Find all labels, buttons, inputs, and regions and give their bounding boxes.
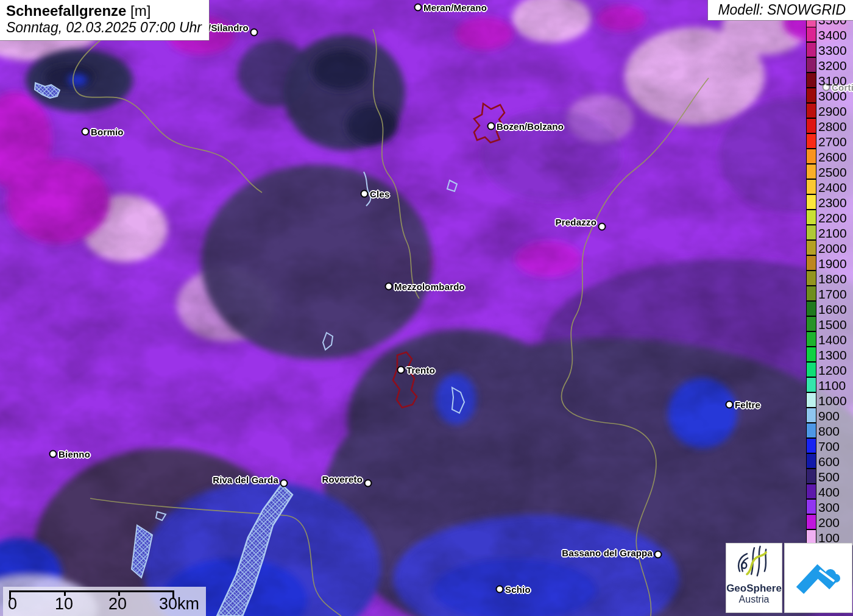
- city-layer: Meran/Meranos/SilandroBormioBozen/Bolzan…: [0, 0, 853, 616]
- geosphere-contour-icon: [732, 543, 776, 580]
- legend-swatch: [806, 514, 816, 529]
- legend-swatch: [806, 73, 816, 88]
- city-marker-bormio: [82, 128, 90, 136]
- legend-row: 3200: [806, 58, 853, 73]
- legend-row: 2700: [806, 134, 853, 149]
- legend-swatch: [806, 423, 816, 438]
- city-marker-riva-del-garda: [280, 480, 288, 487]
- city-label-bassano-del-grappa: Bassano del Grappa: [562, 548, 653, 558]
- legend-row: 400: [806, 484, 853, 500]
- scalebar-label: 30km: [159, 595, 199, 614]
- legend-label: 500: [816, 469, 853, 484]
- city-marker-rovereto: [364, 480, 372, 487]
- legend-label: 1600: [816, 302, 853, 317]
- title-subtitle: Sonntag, 02.03.2025 07:00 Uhr: [6, 19, 202, 36]
- legend-swatch: [806, 88, 816, 103]
- legend-swatch: [806, 316, 816, 331]
- title-box: Schneefallgrenze [m] Sonntag, 02.03.2025…: [0, 0, 209, 40]
- scalebar-label: 10: [55, 595, 73, 614]
- title-text: Schneefallgrenze: [6, 2, 126, 19]
- legend-swatch: [806, 133, 816, 149]
- legend-row: 1700: [806, 286, 853, 302]
- page-title: Schneefallgrenze [m]: [6, 2, 202, 19]
- city-label-bormio: Bormio: [91, 127, 124, 137]
- legend-row: 800: [806, 423, 853, 439]
- legend-row: 1200: [806, 363, 853, 378]
- legend-swatch: [806, 103, 816, 118]
- legend-swatch: [806, 362, 816, 377]
- legend-label: 2800: [816, 119, 853, 134]
- legend-label: 3100: [816, 73, 853, 88]
- scalebar-label: 0: [8, 595, 17, 614]
- city-label-feltre: Feltre: [735, 400, 760, 410]
- partner-logo-box: [785, 543, 852, 612]
- city-label-schio: Schio: [505, 584, 531, 595]
- legend-label: 2600: [816, 149, 853, 165]
- city-label-meran-merano: Meran/Merano: [423, 2, 487, 13]
- city-label-predazzo: Predazzo: [556, 217, 596, 227]
- legend-swatch: [806, 42, 816, 57]
- legend-label: 600: [816, 454, 853, 469]
- legend-row: 500: [806, 469, 853, 484]
- legend-row: 900: [806, 408, 853, 423]
- legend-label: 1200: [816, 363, 853, 378]
- snowfall-limit-map: Meran/Meranos/SilandroBormioBozen/Bolzan…: [0, 0, 853, 616]
- legend-swatch: [806, 255, 816, 271]
- legend-label: 3400: [816, 27, 853, 43]
- legend-label: 2900: [816, 104, 853, 119]
- legend-swatch: [806, 377, 816, 392]
- geosphere-name: GeoSphere: [726, 583, 782, 594]
- city-marker-predazzo: [598, 223, 606, 231]
- city-label-mezzolombardo: Mezzolombardo: [394, 281, 465, 292]
- title-unit: [m]: [126, 2, 150, 19]
- legend-row: 2800: [806, 119, 853, 134]
- mountain-cloud-icon: [793, 553, 844, 604]
- legend-row: 700: [806, 439, 853, 454]
- city-label-riva-del-garda: Riva del Garda: [213, 475, 278, 485]
- legend-row: 600: [806, 454, 853, 469]
- city-label-trento: Trento: [406, 365, 435, 375]
- legend-label: 400: [816, 484, 853, 500]
- legend-row: 1500: [806, 317, 853, 332]
- city-marker-bienno: [49, 450, 57, 458]
- legend-label: 1900: [816, 256, 853, 271]
- legend-swatch: [806, 484, 816, 499]
- legend-row: 3100: [806, 73, 853, 88]
- legend-row: 300: [806, 500, 853, 515]
- scalebar-line: [9, 590, 174, 592]
- legend-swatch: [806, 331, 816, 347]
- legend-label: 3000: [816, 88, 853, 104]
- legend-row: 1300: [806, 347, 853, 363]
- legend-swatch: [806, 453, 816, 469]
- legend-swatch: [806, 529, 816, 545]
- legend-row: 1600: [806, 302, 853, 317]
- legend-swatch: [806, 408, 816, 423]
- legend-swatch: [806, 392, 816, 408]
- legend-row: 2500: [806, 165, 853, 180]
- legend-label: 900: [816, 408, 853, 423]
- legend-swatch: [806, 469, 816, 484]
- legend-row: 1900: [806, 256, 853, 271]
- legend-label: 3200: [816, 58, 853, 73]
- city-marker-schio: [496, 586, 504, 593]
- legend-swatch: [806, 57, 816, 73]
- legend-row: 1000: [806, 393, 853, 408]
- city-marker-mezzolombardo: [385, 283, 393, 291]
- legend-label: 2100: [816, 225, 853, 241]
- scalebar: 0 10 20 30km: [3, 587, 206, 616]
- legend-swatch: [806, 271, 816, 286]
- legend-row: 2400: [806, 180, 853, 195]
- legend-label: 1000: [816, 393, 853, 408]
- legend-label: 1300: [816, 347, 853, 363]
- legend-label: 2300: [816, 195, 853, 210]
- legend-swatch: [806, 194, 816, 210]
- city-label-bienno: Bienno: [58, 449, 90, 459]
- legend-row: 200: [806, 515, 853, 530]
- legend-row: 3300: [806, 43, 853, 58]
- city-marker-bozen-bolzano: [487, 122, 495, 130]
- legend-label: 1100: [816, 378, 853, 393]
- legend-swatch: [806, 179, 816, 194]
- elevation-legend: 3500340033003200310030002900280027002600…: [806, 12, 853, 545]
- legend-label: 1800: [816, 271, 853, 286]
- legend-label: 1700: [816, 286, 853, 302]
